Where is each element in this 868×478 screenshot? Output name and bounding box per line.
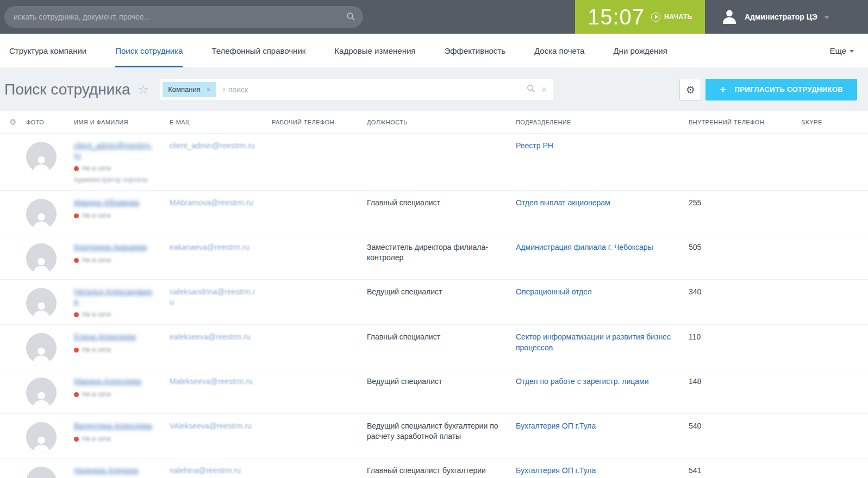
status-line: Не в сети [74,211,153,220]
tab-honor-board[interactable]: Доска почета [534,34,584,67]
position-cell: Ведущий специалист [367,287,516,297]
employee-name-link[interactable]: client_admin@reestrm.ru [74,141,153,160]
tab-company-structure[interactable]: Структура компании [9,34,86,67]
column-header-position[interactable]: ДОЛЖНОСТЬ [367,119,516,125]
employee-name-link[interactable]: Валентина Алексеева [74,421,152,431]
filter-search-input[interactable] [222,85,522,94]
department-link[interactable]: Реестр РН [516,141,553,152]
status-line: Не в сети [74,345,153,354]
table-row: Наталья Александрина Не в сети naleksand… [0,280,868,325]
search-icon[interactable] [346,12,355,23]
avatar[interactable] [26,467,57,478]
status-text: Не в сети [82,390,111,399]
internal-phone-cell: 255 [689,198,801,208]
user-name: Администратор ЦЭ [745,12,817,21]
table-header: ⚙ ФОТО ИМЯ И ФАМИЛИЯ E-MAIL РАБОЧИЙ ТЕЛЕ… [0,111,868,134]
offline-status-dot-icon [74,392,79,397]
global-search-input[interactable] [4,6,363,28]
employee-name-link[interactable]: Марина Алексеева [74,376,141,386]
employee-table: client_admin@reestrm.ru Не в сети Админи… [0,134,868,478]
status-text: Не в сети [82,211,111,220]
workday-clock-widget[interactable]: 15:07 НАЧАТЬ [575,0,705,34]
email-link[interactable]: nalehina@reestrm.ru [170,466,241,476]
filter-search-icon[interactable] [527,84,535,95]
filter-clear-icon[interactable]: × [541,85,547,95]
avatar[interactable] [26,199,57,229]
column-header-work-phone[interactable]: РАБОЧИЙ ТЕЛЕФОН [272,119,367,125]
status-line: Не в сети [74,435,153,443]
email-link[interactable]: naleksandrina@reestrm.ru [170,287,255,307]
avatar[interactable] [26,378,57,408]
column-header-skype[interactable]: SKYPE [801,119,868,125]
position-cell: Главный специалист [367,198,516,208]
invite-employees-button[interactable]: + ПРИГЛАСИТЬ СОТРУДНИКОВ [705,79,857,100]
department-link[interactable]: Бухгалтерия ОП г.Тула [516,466,596,476]
department-link[interactable]: Отдел выплат акционерам [516,198,610,209]
column-header-internal-phone[interactable]: ВНУТРЕННИЙ ТЕЛЕФОН [689,119,801,125]
filter-chip-company[interactable]: Компания × [163,82,216,97]
page-title: Поиск сотрудника [4,81,130,98]
internal-phone-cell: 540 [689,421,801,431]
tab-hr-changes[interactable]: Кадровые изменения [334,34,415,67]
email-link[interactable]: client_admin@reestrm.ru [170,141,255,151]
email-link[interactable]: VAlekseeva@reestrm.ru [170,421,252,431]
offline-status-dot-icon [74,312,79,317]
status-text: Не в сети [82,164,111,173]
start-workday-button[interactable]: НАЧАТЬ [651,12,692,22]
filter-search-box[interactable]: Компания × × [160,79,553,100]
nav-more-button[interactable]: Еще [829,34,854,67]
email-link[interactable]: Malekseeva@reestrm.ru [170,376,253,387]
column-header-email[interactable]: E-MAIL [170,119,272,125]
department-link[interactable]: Операционный отдел [516,287,592,298]
global-search [4,6,363,28]
avatar[interactable] [26,333,57,363]
chevron-down-icon [825,16,829,19]
column-header-name[interactable]: ИМЯ И ФАМИЛИЯ [74,119,170,125]
start-label: НАЧАТЬ [664,13,692,21]
employee-name-link[interactable]: Наталья Александрина [74,287,153,306]
avatar[interactable] [26,288,57,318]
email-link[interactable]: eakanaeva@reestrm.ru [170,242,249,253]
offline-status-dot-icon [74,213,79,218]
status-text: Не в сети [82,256,111,265]
grid-settings-gear-icon[interactable]: ⚙ [9,117,16,127]
status-text: Не в сети [82,310,111,319]
tab-efficiency[interactable]: Эффективность [444,34,505,67]
user-menu[interactable]: Администратор ЦЭ [705,0,868,34]
employee-name-link[interactable]: Марина Абрамова [74,198,139,207]
chip-remove-icon[interactable]: × [207,85,211,94]
avatar[interactable] [26,142,57,172]
status-text: Не в сети [82,345,111,354]
department-link[interactable]: Сектор информатизации и развития бизнес … [516,332,672,353]
department-link[interactable]: Администрация филиала г. Чебоксары [516,242,653,253]
nav-tabs: Структура компании Поиск сотрудника Теле… [9,34,696,67]
department-link[interactable]: Отдел по работе с зарегистр. лицами [516,376,648,387]
offline-status-dot-icon [74,437,79,442]
tab-birthdays[interactable]: Дни рождения [613,34,667,67]
filter-chip-label: Компания [168,85,201,93]
column-header-photo[interactable]: ФОТО [26,119,74,125]
employee-name-link[interactable]: Елена Алексеева [74,332,136,342]
table-row: Марина Алексеева Не в сети Malekseeva@re… [0,369,868,414]
tab-employee-search[interactable]: Поиск сотрудника [115,34,183,67]
gear-icon: ⚙ [686,84,695,96]
email-link[interactable]: MAbramova@reestrm.ru [170,198,253,208]
play-icon [651,12,660,22]
column-header-department[interactable]: ПОДРАЗДЕЛЕНИЕ [516,119,689,125]
status-line: Не в сети [74,256,153,265]
tab-phone-directory[interactable]: Телефонный справочник [211,34,305,67]
department-link[interactable]: Бухгалтерия ОП г.Тула [516,421,596,432]
status-line: Не в сети [74,310,153,319]
settings-button[interactable]: ⚙ [679,79,701,100]
employee-name-link[interactable]: Екатерина Аканаева [74,242,147,252]
internal-phone-cell: 110 [689,332,801,342]
position-cell: Главный специалист [367,332,516,342]
email-link[interactable]: ealekseeva@reestrm.ru [170,332,251,342]
topbar: 15:07 НАЧАТЬ Администратор ЦЭ [0,0,868,34]
employee-name-link[interactable]: Надежда Алехина [74,466,138,475]
avatar[interactable] [26,422,57,452]
page-toolbar: Поиск сотрудника ☆ Компания × × ⚙ + ПРИГ… [0,67,868,111]
user-avatar-icon [721,8,738,26]
avatar[interactable] [26,243,57,274]
favorite-star-icon[interactable]: ☆ [138,83,149,96]
